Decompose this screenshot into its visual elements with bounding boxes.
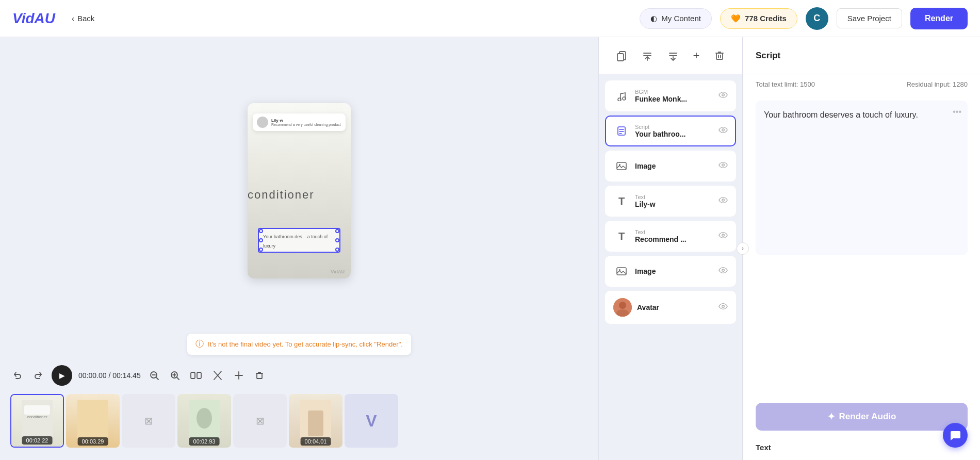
sparkle-icon: ✦	[827, 411, 835, 422]
copy-icon	[616, 50, 627, 61]
time-total: 00:14.45	[112, 371, 141, 380]
render-audio-button[interactable]: ✦ Render Audio	[756, 403, 968, 431]
trim-button[interactable]	[210, 368, 225, 383]
track-item[interactable]: conditioner 00:02.22	[10, 394, 64, 448]
handle-bl[interactable]	[259, 248, 263, 252]
timeline-track[interactable]: conditioner 00:02.22 00:03.29 ⊠	[10, 394, 588, 450]
undo-icon	[12, 370, 23, 381]
image2-name: Image	[635, 267, 713, 275]
text-lily-icon: T	[613, 193, 630, 209]
move-down-button[interactable]	[664, 47, 682, 64]
main-layout: Lily-w Recommend a very useful cleaning …	[0, 37, 980, 460]
svg-point-43	[722, 199, 725, 202]
track-item[interactable]: 00:04.01	[289, 394, 342, 448]
script-options-button[interactable]: •••	[953, 106, 961, 118]
add-track-button[interactable]: +	[690, 46, 703, 65]
track-item-blank[interactable]: ⊠	[122, 394, 175, 448]
undo-button[interactable]	[10, 368, 25, 383]
svg-rect-21	[308, 410, 323, 436]
track-item-partial[interactable]: V	[345, 394, 398, 448]
script-visibility-toggle[interactable]	[718, 125, 728, 137]
script-content: Your bathroom deserves a touch of luxury…	[764, 110, 918, 119]
script-label: Script	[635, 124, 713, 130]
my-content-label: My Content	[661, 14, 701, 23]
track-list-item-image2[interactable]: Image	[605, 256, 736, 287]
middle-panel: +	[598, 37, 743, 460]
thumb-image-6	[300, 400, 331, 441]
handle-tr[interactable]	[335, 229, 339, 233]
svg-point-39	[722, 129, 725, 132]
text-recommend-label: Text	[635, 229, 713, 235]
video-preview-container: Lily-w Recommend a very useful cleaning …	[10, 47, 588, 334]
total-limit-label: Total text limit: 1500	[756, 80, 815, 88]
bgm-icon	[613, 88, 630, 104]
track-list-item-bgm[interactable]: BGM Funkee Monk...	[605, 80, 736, 111]
track-toolbar: +	[599, 37, 742, 74]
script-header: Script	[743, 37, 980, 74]
svg-rect-17	[77, 400, 108, 441]
copy-track-button[interactable]	[613, 47, 630, 64]
redo-button[interactable]	[31, 368, 45, 383]
track-list-text-script: Script Your bathroo...	[635, 124, 713, 138]
avatar[interactable]: C	[806, 7, 828, 30]
text-lily-name: Lily-w	[635, 200, 713, 208]
add-clip-icon	[234, 370, 244, 381]
zoom-out-button[interactable]	[147, 368, 161, 383]
delete-track-button[interactable]	[711, 47, 728, 64]
split-button[interactable]	[188, 368, 204, 383]
script-text-box[interactable]: Your bathroom deserves a touch of luxury…	[756, 101, 968, 255]
track-list-item-image1[interactable]: Image	[605, 151, 736, 182]
track-item[interactable]: 00:03.29	[66, 394, 120, 448]
track-item-blank[interactable]: ⊠	[233, 394, 287, 448]
text-lily-visibility-toggle[interactable]	[718, 195, 728, 207]
split-icon	[190, 370, 202, 381]
play-button[interactable]: ▶	[52, 365, 72, 386]
toggle-panel-arrow[interactable]: ›	[737, 242, 749, 255]
credits-label: 778 Credits	[745, 14, 787, 23]
handle-mr[interactable]	[335, 238, 339, 242]
eye-open-icon	[718, 125, 728, 135]
credits-button[interactable]: 🧡 778 Credits	[720, 8, 797, 29]
bgm-visibility-toggle[interactable]	[718, 90, 728, 102]
my-content-button[interactable]: ◐ My Content	[640, 8, 712, 29]
text-selection-box[interactable]: Your bathroom des... a touch of luxury	[258, 228, 340, 253]
add-clip-button[interactable]	[232, 368, 246, 383]
render-button[interactable]: Render	[910, 8, 968, 29]
time-display: 00:00.00 / 00:14.45	[78, 371, 141, 380]
handle-br[interactable]	[335, 248, 339, 252]
svg-rect-29	[716, 53, 723, 59]
zoom-in-button[interactable]	[168, 368, 182, 383]
track-list-item-avatar[interactable]: Avatar	[605, 291, 736, 324]
save-project-button[interactable]: Save Project	[837, 8, 902, 28]
back-arrow-icon: ‹	[72, 14, 74, 23]
avatar-visibility-toggle[interactable]	[718, 302, 728, 313]
image2-visibility-toggle[interactable]	[718, 266, 728, 277]
track-list-item-text-lily[interactable]: T Text Lily-w	[605, 186, 736, 217]
svg-text:conditioner: conditioner	[27, 415, 47, 419]
script-title: Script	[756, 51, 780, 61]
warning-text: It's not the final video yet. To get acc…	[208, 340, 403, 348]
bgm-label: BGM	[635, 89, 713, 95]
back-button[interactable]: ‹ Back	[72, 14, 94, 23]
text-recommend-visibility-toggle[interactable]	[718, 231, 728, 242]
handle-tl[interactable]	[259, 229, 263, 233]
track-list-item-text-recommend[interactable]: T Text Recommend ...	[605, 221, 736, 252]
svg-point-34	[722, 94, 725, 96]
music-icon	[616, 91, 627, 101]
image-icon-2	[616, 266, 627, 277]
track-item[interactable]: 00:02.93	[177, 394, 231, 448]
track-list-text-lily: Text Lily-w	[635, 194, 713, 208]
eye-icon	[718, 90, 728, 100]
chat-bubble-button[interactable]	[943, 423, 968, 448]
residual-label: Residual input: 1280	[906, 80, 968, 88]
move-down-icon	[667, 50, 679, 61]
track-duration: 00:02.22	[22, 436, 53, 445]
move-up-button[interactable]	[639, 47, 656, 64]
track-list: BGM Funkee Monk...	[599, 74, 742, 460]
track-list-item-script[interactable]: Script Your bathroo...	[605, 116, 736, 146]
track-duration: 00:02.93	[189, 437, 220, 446]
image1-visibility-toggle[interactable]	[718, 160, 728, 172]
handle-ml[interactable]	[259, 238, 263, 242]
thumb-image-4	[189, 400, 220, 441]
delete-clip-button[interactable]	[252, 368, 267, 383]
